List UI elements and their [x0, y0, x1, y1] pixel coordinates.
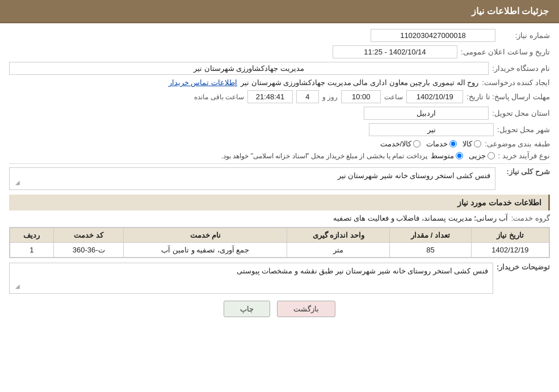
shahr-value: نیر	[369, 123, 494, 136]
tarikh-row: تاریخ و ساعت اعلان عمومی: 1402/10/14 - 1…	[9, 45, 550, 58]
tabaqeh-kala-khadamat-radio[interactable]	[413, 140, 421, 147]
shahr-row: شهر محل تحویل: نیر	[9, 123, 550, 136]
sharh-label: شرح کلی نیاز:	[499, 167, 550, 176]
ostan-value: اردبیل	[364, 107, 489, 120]
ostan-label: استان محل تحویل:	[492, 109, 550, 117]
mohlat-label: مهلت ارسال پاسخ: تا تاریخ:	[466, 92, 550, 101]
no-farayand-label: نوع فرآیند خرید :	[498, 151, 550, 160]
farayand-note: پرداخت تمام یا بخشی از مبلغ خریداز محل "…	[221, 152, 427, 160]
header-bar: جزئیات اطلاعات نیاز	[0, 0, 559, 23]
col-tarikh: تاریخ نیاز	[471, 228, 549, 243]
mohlat-date: 1402/10/19	[406, 90, 463, 103]
sharh-value-box: فنس کشی استخر روستای خانه شیر شهرستان نی…	[9, 167, 495, 190]
tabaqeh-label: طبقه بندی موضوعی:	[485, 140, 550, 148]
tabaqeh-radio-group: کالا خدمات کالا/خدمت	[380, 140, 482, 148]
page-title: جزئیات اطلاعات نیاز	[472, 6, 549, 16]
shahr-label: شهر محل تحویل:	[497, 125, 550, 134]
tarikh-label: تاریخ و ساعت اعلان عمومی:	[461, 48, 550, 56]
col-nam: نام خدمت	[124, 228, 287, 243]
content-area: شماره نیاز: 1102030427000018 تاریخ و ساع…	[0, 23, 559, 332]
tabaqeh-kala-khadamat-item: کالا/خدمت	[380, 140, 421, 148]
ijad-link[interactable]: اطلاعات تماس خریدار	[169, 78, 237, 87]
back-button[interactable]: بازگشت	[277, 301, 335, 317]
tosifat-value: فنس کشی استخر روستای خانه شیر شهرستان نی…	[237, 267, 488, 275]
tabaqeh-khadamat-label: خدمات	[426, 140, 448, 148]
cell-nam: جمع آوری، تصفیه و تامین آب	[124, 243, 287, 258]
sharh-row: شرح کلی نیاز: فنس کشی استخر روستای خانه …	[9, 167, 550, 190]
mottavaset-label: متوسط	[431, 151, 454, 160]
tabaqeh-row: طبقه بندی موضوعی: کالا خدمات کالا/خدمت	[9, 140, 550, 148]
group-khadamat-row: گروه خدمت: آب رسانی؛ مدیریت پسماند، فاضل…	[9, 214, 550, 222]
tabaqeh-kala-khadamat-label: کالا/خدمت	[380, 140, 412, 148]
mohlat-baki-label: ساعت باقی مانده	[194, 93, 244, 101]
cell-kod: ت-36-360	[53, 243, 124, 258]
shomare-niaz-row: شماره نیاز: 1102030427000018	[9, 29, 550, 42]
services-table: تاریخ نیاز تعداد / مقدار واحد اندازه گیر…	[10, 227, 549, 258]
print-button[interactable]: چاپ	[224, 301, 270, 317]
tosifat-label: توضیحات خریدار:	[497, 263, 550, 271]
mohlat-row: مهلت ارسال پاسخ: تا تاریخ: 1402/10/19 سا…	[9, 90, 550, 103]
nam-dastgah-value: مدیریت جهادکشاورزی شهرستان نیر	[9, 62, 489, 75]
mohlat-rooz-label: روز و	[322, 93, 338, 101]
tabaqeh-kala-radio[interactable]	[474, 140, 481, 147]
tabaqeh-khadamat-radio[interactable]	[449, 140, 457, 147]
mottavaset-radio[interactable]	[456, 152, 463, 159]
no-farayand-radio-group: جزیی متوسط	[431, 151, 495, 160]
tosifat-row: توضیحات خریدار: فنس کشی استخر روستای خان…	[9, 263, 550, 294]
shomare-niaz-value: 1102030427000018	[371, 29, 495, 42]
shomare-niaz-label: شماره نیاز:	[499, 31, 550, 40]
col-tedad: تعداد / مقدار	[390, 228, 472, 243]
jazee-label: جزیی	[469, 151, 486, 160]
col-kod: کد خدمت	[53, 228, 124, 243]
group-khadamat-value: آب رسانی؛ مدیریت پسماند، فاضلاب و فعالیت…	[333, 214, 508, 222]
services-table-section: تاریخ نیاز تعداد / مقدار واحد اندازه گیر…	[9, 227, 550, 258]
group-khadamat-label: گروه خدمت:	[511, 214, 550, 222]
nam-dastgah-label: نام دستگاه خریدار:	[492, 64, 550, 73]
tarikh-value: 1402/10/14 - 11:25	[333, 45, 457, 58]
col-radif: ردیف	[10, 228, 54, 243]
cell-tarikh: 1402/12/19	[471, 243, 549, 258]
table-row: 1402/12/19 85 متر جمع آوری، تصفیه و تامی…	[10, 243, 549, 258]
ijad-value: روح اله تیموری بارچین معاون اداری مالی م…	[241, 78, 478, 87]
jazee-radio[interactable]	[487, 152, 495, 159]
divider-1	[9, 163, 550, 164]
nam-dastgah-row: نام دستگاه خریدار: مدیریت جهادکشاورزی شه…	[9, 62, 550, 75]
cell-tedad: 85	[390, 243, 472, 258]
mohlat-baki-value: 21:48:41	[247, 90, 293, 103]
services-section-title: اطلاعات خدمات مورد نیاز	[9, 195, 550, 210]
tosifat-box: فنس کشی استخر روستای خانه شیر شهرستان نی…	[9, 263, 493, 294]
ijad-label: ایجاد کننده درخواست:	[482, 78, 550, 87]
resize-handle[interactable]: ◢	[11, 179, 20, 188]
tosifat-resize-handle[interactable]: ◢	[11, 283, 20, 292]
mohlat-rooz-value: 4	[296, 90, 319, 103]
cell-vahed: متر	[287, 243, 390, 258]
tabaqeh-khadamat-item: خدمات	[426, 140, 457, 148]
cell-radif: 1	[10, 243, 54, 258]
col-vahed: واحد اندازه گیری	[287, 228, 390, 243]
no-farayand-row: نوع فرآیند خرید : جزیی متوسط پرداخت تمام…	[9, 151, 550, 160]
sharh-value: فنس کشی استخر روستای خانه شیر شهرستان نی…	[338, 171, 490, 180]
ostan-row: استان محل تحویل: اردبیل	[9, 107, 550, 120]
jazee-item: جزیی	[469, 151, 495, 160]
mohlat-saat-label: ساعت	[384, 93, 403, 101]
tabaqeh-kala-label: کالا	[463, 140, 472, 148]
page-wrapper: جزئیات اطلاعات نیاز شماره نیاز: 11020304…	[0, 0, 559, 392]
ijad-row: ایجاد کننده درخواست: روح اله تیموری بارچ…	[9, 78, 550, 87]
bottom-buttons: بازگشت چاپ	[9, 301, 550, 326]
mottavaset-item: متوسط	[431, 151, 463, 160]
mohlat-saat-value: 10:00	[341, 90, 381, 103]
tabaqeh-kala-item: کالا	[463, 140, 481, 148]
